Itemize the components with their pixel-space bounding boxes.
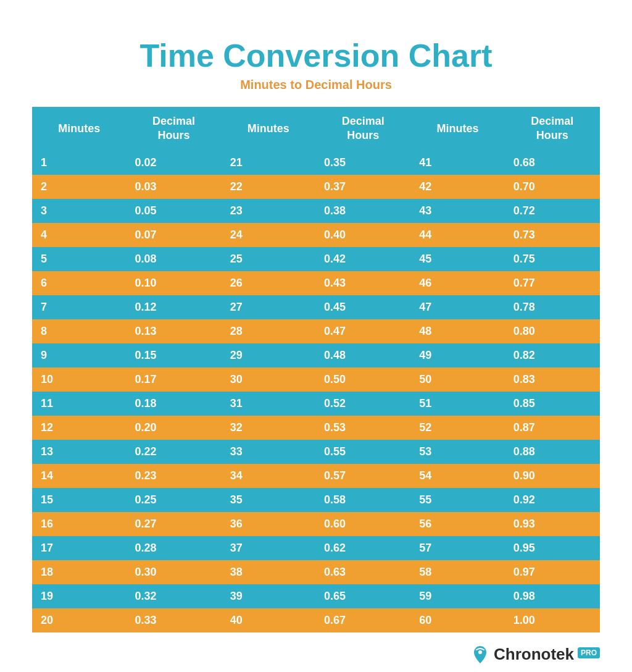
cell-row3-col4: 0.38: [315, 199, 410, 223]
cell-row19-col4: 0.65: [315, 584, 410, 608]
cell-row2-col5: 42: [410, 175, 504, 199]
svg-point-0: [478, 650, 482, 654]
cell-row11-col5: 51: [410, 392, 504, 416]
cell-row8-col2: 0.13: [126, 319, 221, 343]
cell-row12-col6: 0.87: [505, 416, 600, 440]
table-row: 100.17300.50500.83: [32, 368, 600, 392]
cell-row17-col6: 0.95: [505, 536, 600, 560]
table-row: 180.30380.63580.97: [32, 560, 600, 584]
cell-row2-col2: 0.03: [126, 175, 221, 199]
cell-row7-col4: 0.45: [315, 295, 410, 319]
cell-row7-col5: 47: [410, 295, 504, 319]
cell-row10-col4: 0.50: [315, 368, 410, 392]
table-row: 190.32390.65590.98: [32, 584, 600, 608]
page-title: Time Conversion Chart: [139, 37, 492, 74]
table-row: 150.25350.58550.92: [32, 488, 600, 512]
cell-row1-col4: 0.35: [315, 151, 410, 175]
cell-row10-col1: 10: [32, 368, 126, 392]
cell-row18-col3: 38: [222, 560, 315, 584]
table-row: 90.15290.48490.82: [32, 343, 600, 368]
cell-row19-col1: 19: [32, 584, 126, 608]
cell-row19-col2: 0.32: [126, 584, 221, 608]
cell-row1-col5: 41: [410, 151, 504, 175]
cell-row6-col5: 46: [410, 271, 504, 295]
cell-row5-col3: 25: [222, 247, 315, 271]
table-row: 160.27360.60560.93: [32, 512, 600, 536]
table-row: 30.05230.38430.72: [32, 199, 600, 223]
cell-row10-col3: 30: [222, 368, 315, 392]
cell-row20-col3: 40: [222, 608, 315, 632]
table-row: 60.10260.43460.77: [32, 271, 600, 295]
cell-row9-col5: 49: [410, 343, 504, 368]
cell-row16-col3: 36: [222, 512, 315, 536]
cell-row13-col2: 0.22: [126, 440, 221, 464]
cell-row12-col2: 0.20: [126, 416, 221, 440]
cell-row5-col5: 45: [410, 247, 504, 271]
cell-row11-col1: 11: [32, 392, 126, 416]
cell-row14-col6: 0.90: [505, 464, 600, 488]
cell-row12-col4: 0.53: [315, 416, 410, 440]
cell-row17-col4: 0.62: [315, 536, 410, 560]
cell-row7-col1: 7: [32, 295, 126, 319]
cell-row3-col6: 0.72: [505, 199, 600, 223]
cell-row19-col6: 0.98: [505, 584, 600, 608]
chronotek-logo-icon: [470, 645, 490, 665]
cell-row10-col5: 50: [410, 368, 504, 392]
conversion-table: Minutes DecimalHours Minutes DecimalHour…: [32, 107, 600, 632]
cell-row3-col5: 43: [410, 199, 504, 223]
cell-row11-col2: 0.18: [126, 392, 221, 416]
cell-row16-col6: 0.93: [505, 512, 600, 536]
cell-row14-col5: 54: [410, 464, 504, 488]
cell-row1-col6: 0.68: [505, 151, 600, 175]
cell-row20-col6: 1.00: [505, 608, 600, 632]
table-row: 110.18310.52510.85: [32, 392, 600, 416]
cell-row6-col4: 0.43: [315, 271, 410, 295]
cell-row7-col3: 27: [222, 295, 315, 319]
cell-row15-col6: 0.92: [505, 488, 600, 512]
cell-row18-col4: 0.63: [315, 560, 410, 584]
cell-row4-col3: 24: [222, 223, 315, 247]
cell-row14-col2: 0.23: [126, 464, 221, 488]
cell-row13-col5: 53: [410, 440, 504, 464]
cell-row20-col5: 60: [410, 608, 504, 632]
cell-row2-col6: 0.70: [505, 175, 600, 199]
table-header-row: Minutes DecimalHours Minutes DecimalHour…: [32, 107, 600, 151]
cell-row14-col1: 14: [32, 464, 126, 488]
logo-text: Chronotek: [494, 645, 574, 664]
table-row: 20.03220.37420.70: [32, 175, 600, 199]
cell-row8-col4: 0.47: [315, 319, 410, 343]
cell-row9-col1: 9: [32, 343, 126, 368]
cell-row8-col5: 48: [410, 319, 504, 343]
table-row: 200.33400.67601.00: [32, 608, 600, 632]
cell-row16-col1: 16: [32, 512, 126, 536]
cell-row1-col2: 0.02: [126, 151, 221, 175]
cell-row8-col3: 28: [222, 319, 315, 343]
cell-row16-col4: 0.60: [315, 512, 410, 536]
col-header-decimal-3: DecimalHours: [505, 107, 600, 151]
table-row: 130.22330.55530.88: [32, 440, 600, 464]
cell-row12-col1: 12: [32, 416, 126, 440]
col-header-decimal-1: DecimalHours: [126, 107, 221, 151]
cell-row10-col6: 0.83: [505, 368, 600, 392]
table-row: 10.02210.35410.68: [32, 151, 600, 175]
col-header-minutes-3: Minutes: [410, 107, 504, 151]
col-header-minutes-2: Minutes: [222, 107, 315, 151]
cell-row19-col5: 59: [410, 584, 504, 608]
cell-row5-col2: 0.08: [126, 247, 221, 271]
cell-row15-col5: 55: [410, 488, 504, 512]
cell-row6-col3: 26: [222, 271, 315, 295]
cell-row17-col3: 37: [222, 536, 315, 560]
cell-row11-col3: 31: [222, 392, 315, 416]
cell-row14-col3: 34: [222, 464, 315, 488]
cell-row2-col1: 2: [32, 175, 126, 199]
table-row: 80.13280.47480.80: [32, 319, 600, 343]
cell-row4-col2: 0.07: [126, 223, 221, 247]
cell-row12-col5: 52: [410, 416, 504, 440]
table-row: 120.20320.53520.87: [32, 416, 600, 440]
cell-row5-col4: 0.42: [315, 247, 410, 271]
cell-row6-col6: 0.77: [505, 271, 600, 295]
cell-row9-col3: 29: [222, 343, 315, 368]
cell-row13-col1: 13: [32, 440, 126, 464]
logo-pro-badge: PRO: [578, 647, 600, 658]
cell-row20-col4: 0.67: [315, 608, 410, 632]
